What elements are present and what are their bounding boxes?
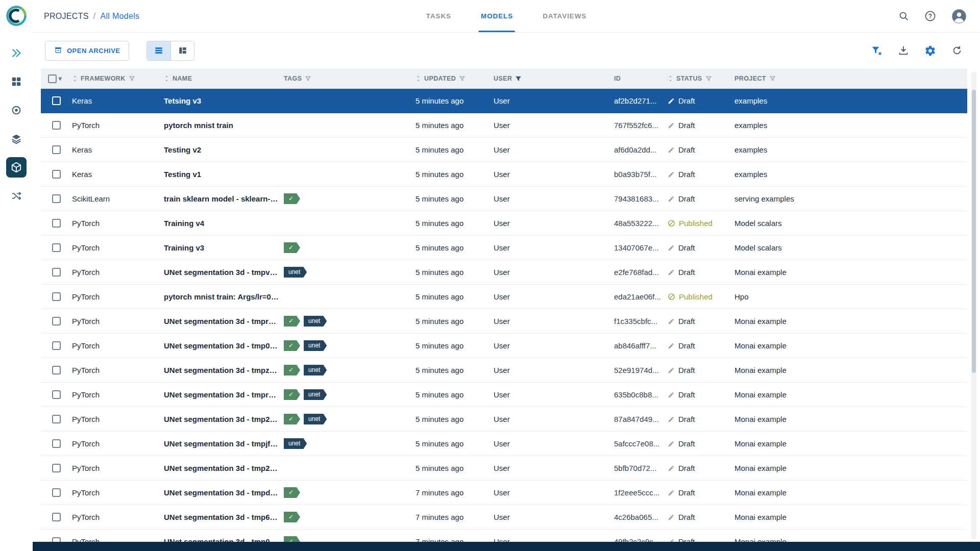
clear-filters-icon[interactable]	[871, 45, 883, 57]
sort-icon[interactable]	[164, 75, 169, 82]
table-row[interactable]: KerasTesting v25 minutes agoUseraf6d0a2d…	[41, 138, 967, 162]
tab-dataviews[interactable]: DATAVIEWS	[543, 0, 586, 32]
cell-name[interactable]: UNet segmentation 3d - tmprb9d...	[164, 317, 284, 325]
table-row[interactable]: PyTorchUNet segmentation 3d - tmp0ap...✓…	[41, 530, 967, 542]
tag-badge[interactable]: ✓	[284, 536, 300, 542]
tag-badge[interactable]: ✓	[284, 512, 300, 522]
row-checkbox[interactable]	[52, 96, 61, 105]
table-row[interactable]: PyTorchUNet segmentation 3d - tmpzh0...✓…	[41, 358, 967, 383]
split-view-button[interactable]	[170, 41, 194, 60]
row-checkbox[interactable]	[52, 292, 61, 301]
table-row[interactable]: PyTorchUNet segmentation 3d - tmpvjhyl..…	[41, 260, 967, 285]
row-checkbox[interactable]	[52, 194, 61, 203]
table-row[interactable]: PyTorchUNet segmentation 3d - tmpdm4...✓…	[41, 481, 967, 505]
datasets-icon[interactable]	[6, 129, 27, 149]
row-checkbox[interactable]	[52, 415, 61, 423]
table-row[interactable]: KerasTesting v15 minutes agoUserb0a93b75…	[41, 162, 967, 187]
scrollbar-thumb[interactable]	[972, 90, 976, 373]
cell-name[interactable]: UNet segmentation 3d - tmp6fq0...	[164, 513, 284, 521]
table-row[interactable]: PyTorchUNet segmentation 3d - tmp29rf...…	[41, 407, 967, 432]
column-header-updated[interactable]: UPDATED	[415, 75, 494, 82]
cell-name[interactable]: UNet segmentation 3d - tmp2kr0...	[164, 464, 284, 472]
breadcrumb-projects[interactable]: PROJECTS	[44, 12, 89, 20]
cell-name[interactable]: Testing v2	[164, 145, 284, 154]
filter-funnel-icon[interactable]	[305, 76, 311, 82]
open-archive-button[interactable]: OPEN ARCHIVE	[45, 41, 129, 61]
column-header-project[interactable]: PROJECT	[734, 75, 967, 82]
column-header-id[interactable]: ID	[614, 75, 668, 82]
user-avatar[interactable]	[951, 9, 967, 24]
cell-name[interactable]: UNet segmentation 3d - tmpzh0...	[164, 366, 284, 374]
select-dropdown-caret[interactable]: ▾	[59, 75, 62, 82]
column-header-user[interactable]: USER	[494, 75, 614, 82]
tag-badge[interactable]: ✓	[284, 389, 300, 400]
row-checkbox[interactable]	[52, 513, 61, 521]
dashboard-icon[interactable]	[6, 71, 27, 92]
filter-funnel-icon[interactable]	[705, 76, 712, 82]
tab-tasks[interactable]: TASKS	[426, 0, 451, 32]
table-view-button[interactable]	[147, 41, 170, 60]
filter-funnel-icon[interactable]	[515, 76, 522, 82]
column-header-framework[interactable]: FRAMEWORK	[72, 75, 164, 82]
table-row[interactable]: PyTorchUNet segmentation 3d - tmp6fq0...…	[41, 505, 967, 530]
row-checkbox[interactable]	[52, 121, 61, 130]
table-row[interactable]: PyTorchTraining v45 minutes agoUser48a55…	[41, 211, 967, 236]
table-row[interactable]: ScikitLearntrain sklearn model - sklearn…	[41, 187, 967, 211]
tab-models[interactable]: MODELS	[481, 0, 513, 32]
tag-badge[interactable]: ✓	[284, 340, 300, 351]
table-row[interactable]: KerasTetsing v35 minutes agoUseraf2b2d27…	[41, 89, 967, 113]
tag-badge[interactable]: unet	[304, 316, 327, 327]
vertical-scrollbar[interactable]	[971, 71, 976, 540]
table-row[interactable]: PyTorchpytorch mnist train: Args/lr=0.01…	[41, 285, 967, 309]
cell-name[interactable]: pytorch mnist train	[164, 121, 284, 130]
sort-icon[interactable]	[72, 75, 78, 82]
table-row[interactable]: PyTorchUNet segmentation 3d - tmprrae...…	[41, 383, 967, 407]
cell-name[interactable]: UNet segmentation 3d - tmp0tu...	[164, 341, 284, 350]
row-checkbox[interactable]	[52, 439, 61, 448]
row-checkbox[interactable]	[52, 390, 61, 399]
table-row[interactable]: PyTorchUNet segmentation 3d - tmp2kr0...…	[41, 456, 967, 481]
filter-funnel-icon[interactable]	[459, 76, 465, 82]
row-checkbox[interactable]	[52, 464, 61, 472]
tag-badge[interactable]: ✓	[284, 242, 300, 253]
row-checkbox[interactable]	[52, 537, 61, 542]
auto-refresh-icon[interactable]	[951, 45, 963, 56]
column-header-status[interactable]: STATUS	[668, 75, 734, 82]
tag-badge[interactable]: unet	[304, 389, 327, 400]
cell-name[interactable]: Testing v1	[164, 170, 284, 179]
cell-name[interactable]: Tetsing v3	[164, 96, 284, 105]
tag-badge[interactable]: ✓	[284, 487, 300, 498]
settings-icon[interactable]	[924, 45, 936, 57]
tag-badge[interactable]: unet	[304, 365, 327, 375]
clearml-logo[interactable]	[6, 5, 27, 29]
select-all-header[interactable]: ▾	[41, 74, 72, 83]
row-checkbox[interactable]	[52, 219, 61, 228]
table-row[interactable]: PyTorchUNet segmentation 3d - tmpjfjpv..…	[41, 432, 967, 456]
table-row[interactable]: PyTorchUNet segmentation 3d - tmp0tu...✓…	[41, 334, 967, 358]
selection-footer-bar[interactable]	[33, 542, 980, 551]
workers-queues-icon[interactable]	[6, 186, 27, 206]
column-header-name[interactable]: NAME	[164, 75, 284, 82]
cell-name[interactable]: train sklearn model - sklearn-mo...	[164, 194, 284, 203]
sort-icon[interactable]	[415, 75, 421, 82]
filter-funnel-icon[interactable]	[129, 76, 135, 82]
models-icon[interactable]	[6, 157, 27, 178]
projects-icon[interactable]	[6, 100, 27, 120]
tag-badge[interactable]: ✓	[284, 414, 300, 424]
row-checkbox[interactable]	[52, 317, 61, 325]
row-checkbox[interactable]	[52, 268, 61, 277]
cell-name[interactable]: Training v4	[164, 219, 284, 228]
tag-badge[interactable]: ✓	[284, 365, 300, 375]
filter-funnel-icon[interactable]	[769, 76, 776, 82]
row-checkbox[interactable]	[52, 366, 61, 374]
cell-name[interactable]: UNet segmentation 3d - tmpjfjpv...	[164, 439, 284, 448]
tag-badge[interactable]: ✓	[284, 316, 300, 327]
tag-badge[interactable]: unet	[284, 267, 307, 278]
table-row[interactable]: PyTorchUNet segmentation 3d - tmprb9d...…	[41, 309, 967, 334]
tag-badge[interactable]: unet	[304, 414, 327, 424]
cell-name[interactable]: UNet segmentation 3d - tmpdm4...	[164, 488, 284, 497]
breadcrumb-all-models[interactable]: All Models	[101, 12, 140, 20]
tag-badge[interactable]: ✓	[284, 193, 300, 204]
cell-name[interactable]: UNet segmentation 3d - tmpvjhyl...	[164, 268, 284, 277]
row-checkbox[interactable]	[52, 170, 61, 179]
